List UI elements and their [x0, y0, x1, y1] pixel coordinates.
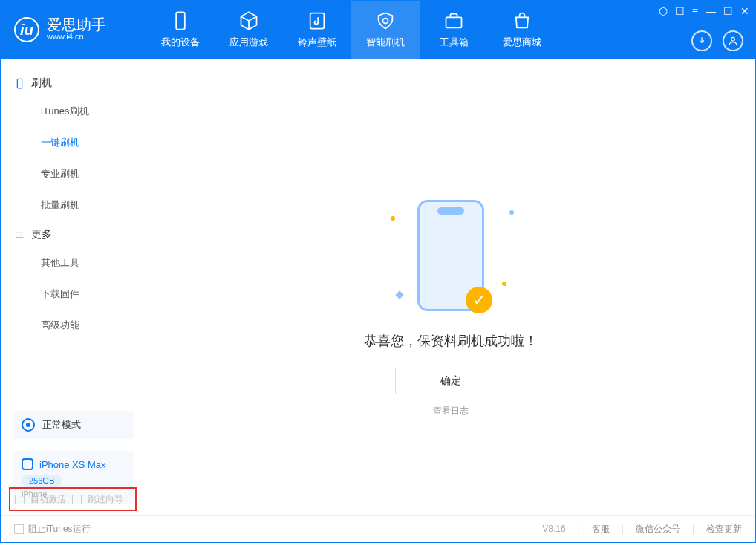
svg-rect-0 — [176, 12, 185, 29]
ok-button[interactable]: 确定 — [395, 368, 506, 394]
nav-store[interactable]: 爱思商城 — [488, 1, 556, 59]
window-controls: ⬡ ☐ ≡ — ☐ ✕ — [659, 5, 749, 17]
toolbox-icon — [443, 10, 464, 31]
mode-card[interactable]: 正常模式 — [13, 411, 134, 439]
sidebar-item-advanced[interactable]: 高级功能 — [1, 310, 146, 341]
version-label: V8.16 — [542, 524, 565, 534]
skip-guide-checkbox[interactable] — [72, 495, 82, 504]
sidebar-item-other-tools[interactable]: 其他工具 — [1, 247, 146, 279]
nav-smart-flash[interactable]: 智能刷机 — [351, 1, 420, 59]
device-name: iPhone XS Max — [39, 459, 106, 470]
logo-title: 爱思助手 — [47, 17, 106, 32]
main-content: ✓ 恭喜您，保资料刷机成功啦！ 确定 查看日志 — [146, 59, 755, 515]
menu-icon[interactable]: ≡ — [692, 5, 698, 17]
sidebar-group-more: 更多 — [1, 221, 146, 247]
nav-apps-games[interactable]: 应用游戏 — [215, 1, 283, 59]
skip-guide-label: 跳过向导 — [88, 493, 123, 506]
success-message: 恭喜您，保资料刷机成功啦！ — [364, 332, 538, 350]
sidebar-item-batch-flash[interactable]: 批量刷机 — [1, 189, 146, 221]
phone-icon — [14, 78, 25, 89]
customer-service-link[interactable]: 客服 — [592, 523, 610, 536]
svg-rect-2 — [446, 17, 462, 27]
header: iu 爱思助手 www.i4.cn 我的设备 应用游戏 铃声壁纸 智能刷机 工具… — [1, 1, 755, 59]
auto-activate-label: 自动激活 — [30, 493, 66, 506]
sidebar-group-flash: 刷机 — [1, 69, 146, 96]
svg-rect-1 — [310, 13, 325, 29]
sidebar: 刷机 iTunes刷机 一键刷机 专业刷机 批量刷机 更多 其他工具 下载固件 … — [1, 59, 146, 515]
svg-rect-4 — [17, 79, 22, 88]
shirt-icon[interactable]: ⬡ — [659, 5, 668, 17]
list-icon — [14, 230, 25, 241]
footer: 阻止iTunes运行 V8.16 | 客服 | 微信公众号 | 检查更新 — [1, 515, 755, 542]
nav-my-device[interactable]: 我的设备 — [146, 1, 215, 59]
highlighted-options: 自动激活 跳过向导 — [9, 487, 137, 511]
block-itunes-checkbox[interactable] — [14, 524, 24, 534]
check-update-link[interactable]: 检查更新 — [706, 523, 742, 536]
device-phone-icon — [22, 458, 33, 470]
block-itunes-label: 阻止iTunes运行 — [28, 523, 91, 536]
auto-activate-checkbox[interactable] — [15, 495, 25, 504]
nav-toolbox[interactable]: 工具箱 — [420, 1, 488, 59]
wechat-link[interactable]: 微信公众号 — [636, 523, 680, 536]
device-capacity: 256GB — [22, 475, 62, 487]
mode-label: 正常模式 — [42, 418, 81, 432]
nav-ringtone-wallpaper[interactable]: 铃声壁纸 — [283, 1, 351, 59]
sidebar-item-oneclick-flash[interactable]: 一键刷机 — [1, 127, 146, 158]
mode-icon — [22, 418, 35, 432]
download-button[interactable] — [691, 30, 712, 51]
logo-icon: iu — [14, 17, 39, 42]
bag-icon — [512, 10, 532, 31]
header-actions — [691, 30, 743, 51]
minimize-icon[interactable]: — — [706, 5, 716, 17]
lock-icon[interactable]: ☐ — [675, 5, 685, 17]
logo: iu 爱思助手 www.i4.cn — [1, 17, 146, 42]
success-illustration: ✓ — [417, 200, 484, 311]
sidebar-item-pro-flash[interactable]: 专业刷机 — [1, 158, 146, 189]
device-icon — [170, 10, 191, 31]
maximize-icon[interactable]: ☐ — [723, 5, 733, 17]
music-icon — [307, 10, 328, 31]
close-icon[interactable]: ✕ — [740, 5, 749, 17]
top-nav: 我的设备 应用游戏 铃声壁纸 智能刷机 工具箱 爱思商城 — [146, 1, 556, 59]
checkmark-icon: ✓ — [466, 287, 492, 313]
cube-icon — [238, 10, 259, 31]
logo-subtitle: www.i4.cn — [47, 32, 106, 42]
user-button[interactable] — [723, 30, 743, 51]
view-log-link[interactable]: 查看日志 — [433, 405, 469, 417]
refresh-shield-icon — [375, 10, 396, 31]
svg-point-3 — [731, 37, 735, 41]
sidebar-item-itunes-flash[interactable]: iTunes刷机 — [1, 96, 146, 127]
sidebar-item-download-firmware[interactable]: 下载固件 — [1, 279, 146, 310]
